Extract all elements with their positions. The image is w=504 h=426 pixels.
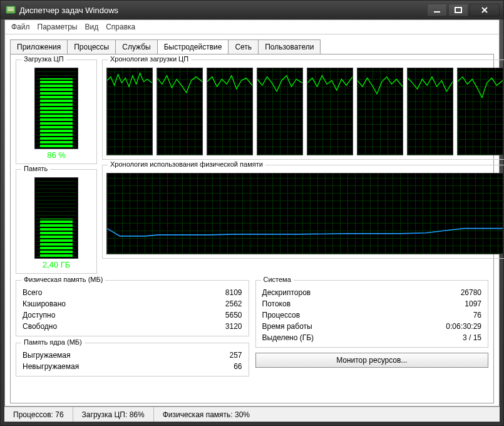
memory-meter-label: 2,40 ГБ xyxy=(43,260,70,269)
maximize-button[interactable] xyxy=(448,4,468,16)
tab-applications[interactable]: Приложения xyxy=(10,39,68,54)
sys-procs-label: Процессов xyxy=(262,309,301,321)
sys-threads-value: 1097 xyxy=(465,298,481,309)
cpu-core-graph-5 xyxy=(357,68,403,155)
system-title: Система xyxy=(261,276,294,283)
status-memory: Физическая память: 30% xyxy=(154,407,500,422)
menu-view[interactable]: Вид xyxy=(85,23,98,31)
statusbar: Процессов: 76 Загрузка ЦП: 86% Физическа… xyxy=(4,407,500,422)
phys-total-value: 8109 xyxy=(225,287,242,298)
titlebar[interactable]: Диспетчер задач Windows xyxy=(1,1,503,19)
kernel-memory-group: Память ядра (МБ) Выгружаемая257 Невыгруж… xyxy=(16,343,249,377)
svg-rect-2 xyxy=(8,9,14,9)
memory-history-group: Хронология использования физической памя… xyxy=(102,165,504,259)
close-button[interactable] xyxy=(470,4,500,16)
menu-options[interactable]: Параметры xyxy=(38,23,78,31)
resource-monitor-button[interactable]: Монитор ресурсов... xyxy=(255,353,489,368)
phys-free-value: 3120 xyxy=(225,321,242,332)
tab-performance[interactable]: Быстродействие xyxy=(157,39,229,54)
cpu-history-group: Хронология загрузки ЦП xyxy=(102,60,504,160)
tab-services[interactable]: Службы xyxy=(115,39,157,54)
phys-cached-label: Кэшировано xyxy=(23,298,66,309)
svg-rect-0 xyxy=(6,6,15,13)
stats-row: Физическая память (МБ) Всего8109 Кэширов… xyxy=(16,280,488,377)
cpu-core-graph-4 xyxy=(307,68,353,155)
minimize-button[interactable] xyxy=(427,4,447,16)
physical-memory-title: Физическая память (МБ) xyxy=(21,276,105,283)
app-icon xyxy=(6,5,16,15)
menubar: Файл Параметры Вид Справка xyxy=(5,20,499,34)
client-area: Файл Параметры Вид Справка Приложения Пр… xyxy=(4,19,500,407)
cpu-core-graph-3 xyxy=(257,68,303,155)
memory-history-title: Хронология использования физической памя… xyxy=(108,160,265,168)
svg-rect-1 xyxy=(8,8,14,8)
sys-threads-label: Потоков xyxy=(262,298,291,309)
sys-handles-value: 26780 xyxy=(461,287,481,298)
physical-memory-group: Физическая память (МБ) Всего8109 Кэширов… xyxy=(16,280,249,336)
tabstrip: Приложения Процессы Службы Быстродействи… xyxy=(10,39,494,54)
svg-rect-3 xyxy=(8,10,14,11)
svg-rect-4 xyxy=(434,11,440,13)
tab-network[interactable]: Сеть xyxy=(228,39,259,54)
kernel-memory-title: Память ядра (МБ) xyxy=(21,338,85,346)
phys-avail-value: 5650 xyxy=(225,309,242,321)
menu-file[interactable]: Файл xyxy=(11,23,30,31)
tab-processes[interactable]: Процессы xyxy=(67,39,116,54)
sys-commit-label: Выделено (ГБ) xyxy=(262,332,314,343)
cpu-core-graph-2 xyxy=(207,68,253,155)
performance-panel: Загрузка ЦП 86 % Память xyxy=(10,54,494,403)
svg-rect-5 xyxy=(455,8,461,13)
status-processes: Процессов: 76 xyxy=(4,407,73,422)
menu-help[interactable]: Справка xyxy=(106,23,135,31)
phys-cached-value: 2562 xyxy=(225,298,242,309)
kernel-paged-label: Выгружаемая xyxy=(23,350,70,361)
system-group: Система Дескрипторов26780 Потоков1097 Пр… xyxy=(255,280,489,348)
tab-users[interactable]: Пользователи xyxy=(258,39,321,54)
status-cpu: Загрузка ЦП: 86% xyxy=(73,407,154,422)
cpu-usage-title: Загрузка ЦП xyxy=(21,55,66,63)
sys-handles-label: Дескрипторов xyxy=(262,287,311,298)
sys-procs-value: 76 xyxy=(473,309,481,321)
kernel-paged-value: 257 xyxy=(229,350,242,361)
kernel-nonpaged-label: Невыгружаемая xyxy=(23,361,79,372)
memory-meter xyxy=(34,177,78,259)
cpu-core-graph-7 xyxy=(457,68,503,155)
memory-usage-title: Память xyxy=(21,165,50,172)
cpu-meter xyxy=(34,68,78,149)
memory-usage-group: Память 2,40 ГБ xyxy=(16,169,97,274)
phys-total-label: Всего xyxy=(23,287,42,298)
kernel-nonpaged-value: 66 xyxy=(234,361,242,372)
phys-free-label: Свободно xyxy=(23,321,57,332)
task-manager-window: Диспетчер задач Windows Файл Параметры В… xyxy=(0,0,504,426)
cpu-meter-label: 86 % xyxy=(47,150,66,160)
cpu-core-graph-1 xyxy=(157,68,203,155)
sys-commit-value: 3 / 15 xyxy=(463,332,481,343)
cpu-usage-group: Загрузка ЦП 86 % xyxy=(16,60,97,164)
phys-avail-label: Доступно xyxy=(23,309,55,321)
cpu-history-title: Хронология загрузки ЦП xyxy=(108,55,191,63)
window-title: Диспетчер задач Windows xyxy=(19,6,427,15)
sys-uptime-value: 0:06:30:29 xyxy=(446,321,481,332)
window-controls xyxy=(427,4,500,16)
cpu-core-graph-6 xyxy=(407,68,453,155)
cpu-core-graph-0 xyxy=(106,68,153,155)
memory-history-graph xyxy=(106,173,503,254)
sys-uptime-label: Время работы xyxy=(262,321,312,332)
